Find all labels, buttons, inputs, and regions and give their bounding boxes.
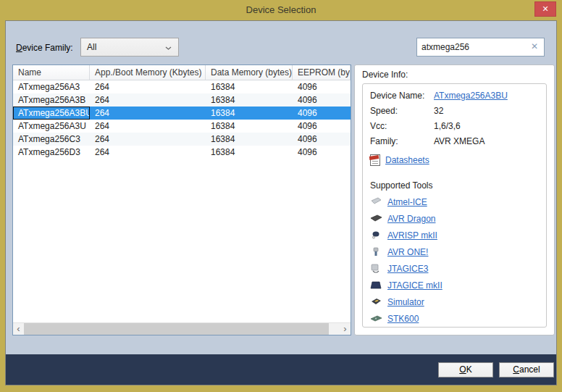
device-info-box: Device Name: ATxmega256A3BU Speed: 32 Vc…	[362, 83, 547, 328]
cell-eeprom: 4096	[293, 133, 351, 146]
device-table: Name App./Boot Memory (Kbytes) Data Memo…	[12, 64, 351, 335]
cell-app-boot: 264	[90, 146, 206, 159]
scroll-left-icon[interactable]: ‹	[13, 323, 24, 335]
simulator-icon	[370, 297, 382, 306]
device-search-box: ✕	[416, 38, 545, 57]
table-row[interactable]: ATxmega256D3 264 16384 4096	[13, 146, 351, 159]
tool-link-jtagice3[interactable]: JTAGICE3	[387, 264, 428, 274]
close-icon: ✕	[542, 4, 548, 13]
table-row[interactable]: ATxmega256C3 264 16384 4096	[13, 133, 351, 146]
tool-link-atmel-ice[interactable]: Atmel-ICE	[387, 197, 427, 207]
jtagice-mkii-icon	[370, 280, 382, 290]
cell-eeprom: 4096	[293, 80, 351, 93]
avr-dragon-icon	[370, 214, 382, 223]
table-row-selected[interactable]: ATxmega256A3BU 264 16384 4096	[13, 107, 351, 120]
atmel-ice-icon	[370, 197, 382, 207]
cell-eeprom: 4096	[293, 107, 351, 120]
ok-button[interactable]: OK	[438, 362, 493, 378]
device-family-dropdown[interactable]: All	[80, 38, 179, 57]
table-row[interactable]: ATxmega256A3B 264 16384 4096	[13, 93, 351, 107]
cell-app-boot: 264	[90, 133, 206, 146]
avr-one-icon	[370, 247, 382, 257]
device-name-link[interactable]: ATxmega256A3BU	[434, 90, 508, 105]
column-header-data-memory[interactable]: Data Memory (bytes)	[206, 65, 293, 80]
cell-name: ATxmega256A3B	[13, 93, 90, 107]
tool-item: AVRISP mkII	[370, 227, 546, 243]
vcc-value: 1,6/3,6	[434, 120, 461, 135]
tool-item: Atmel-ICE	[370, 193, 546, 210]
vcc-label: Vcc:	[370, 120, 434, 135]
table-row[interactable]: ATxmega256A3U 264 16384 4096	[13, 120, 351, 133]
family-label: Family:	[370, 135, 434, 151]
device-family-selected-value: All	[87, 42, 96, 52]
cell-name: ATxmega256A3BU	[13, 107, 90, 120]
supported-tools-title: Supported Tools	[370, 180, 546, 193]
cell-data-memory: 16384	[206, 93, 293, 107]
pdf-icon	[370, 154, 380, 166]
jtagice3-icon	[370, 264, 382, 273]
tool-item: STK600	[370, 310, 546, 327]
dialog-footer: OK Cancel	[6, 354, 556, 385]
tool-item: AVR ONE!	[370, 243, 546, 260]
device-name-label: Device Name:	[370, 90, 434, 105]
cell-name: ATxmega256C3	[13, 133, 90, 146]
column-header-eeprom[interactable]: EEPROM (bytes)	[293, 65, 351, 80]
tool-link-avr-dragon[interactable]: AVR Dragon	[387, 214, 435, 224]
cancel-button[interactable]: Cancel	[499, 362, 554, 378]
scrollbar-thumb[interactable]	[24, 323, 329, 335]
cell-data-memory: 16384	[206, 133, 293, 146]
tool-item: JTAGICE mkII	[370, 277, 546, 293]
column-header-name[interactable]: Name	[13, 65, 90, 80]
window-title: Device Selection	[0, 0, 562, 20]
datasheets-row: Datasheets	[370, 151, 546, 169]
tool-link-stk600[interactable]: STK600	[387, 314, 419, 324]
device-info-title: Device Info:	[362, 70, 408, 80]
cell-name: ATxmega256A3	[13, 80, 90, 93]
title-bar[interactable]: Device Selection	[0, 0, 562, 20]
cell-app-boot: 264	[90, 120, 206, 133]
column-header-app-boot-memory[interactable]: App./Boot Memory (Kbytes)	[90, 65, 206, 80]
tool-item: JTAGICE3	[370, 260, 546, 277]
speed-label: Speed:	[370, 105, 434, 120]
table-header: Name App./Boot Memory (Kbytes) Data Memo…	[13, 65, 351, 80]
cell-name: ATxmega256A3U	[13, 120, 90, 133]
chevron-down-icon	[165, 46, 172, 50]
search-clear-icon[interactable]: ✕	[531, 41, 538, 51]
horizontal-scrollbar[interactable]: ‹ ›	[13, 322, 351, 335]
speed-value: 32	[434, 105, 443, 120]
device-name-field: Device Name: ATxmega256A3BU	[370, 90, 546, 105]
search-input[interactable]	[422, 40, 523, 54]
tool-link-avr-one[interactable]: AVR ONE!	[387, 247, 428, 257]
cell-eeprom: 4096	[293, 146, 351, 159]
family-value: AVR XMEGA	[434, 135, 485, 151]
cell-data-memory: 16384	[206, 107, 293, 120]
cell-app-boot: 264	[90, 80, 206, 93]
cell-data-memory: 16384	[206, 146, 293, 159]
close-button[interactable]: ✕	[534, 1, 556, 17]
scroll-right-icon[interactable]: ›	[340, 323, 351, 335]
tool-link-simulator[interactable]: Simulator	[387, 297, 424, 307]
cell-data-memory: 16384	[206, 120, 293, 133]
datasheets-link[interactable]: Datasheets	[385, 155, 429, 165]
tool-link-avrisp-mkii[interactable]: AVRISP mkII	[387, 230, 437, 241]
cell-app-boot: 264	[90, 93, 206, 107]
device-family-label: Device Family:	[16, 43, 73, 53]
table-row[interactable]: ATxmega256A3 264 16384 4096	[13, 80, 351, 93]
device-info-panel: Device Info: Device Name: ATxmega256A3BU…	[354, 64, 555, 335]
tool-item: AVR Dragon	[370, 210, 546, 227]
cell-data-memory: 16384	[206, 80, 293, 93]
dialog-client-area: Device Family: All ✕ Name App./Boot Memo…	[5, 20, 557, 385]
family-field: Family: AVR XMEGA	[370, 135, 546, 151]
cell-eeprom: 4096	[293, 120, 351, 133]
cell-app-boot: 264	[90, 107, 206, 120]
vcc-field: Vcc: 1,6/3,6	[370, 120, 546, 135]
tool-item: Simulator	[370, 293, 546, 310]
speed-field: Speed: 32	[370, 105, 546, 120]
stk600-icon	[370, 314, 382, 323]
cell-name: ATxmega256D3	[13, 146, 90, 159]
avrisp-mkii-icon	[370, 230, 382, 240]
tool-link-jtagice-mkii[interactable]: JTAGICE mkII	[387, 280, 443, 291]
cell-eeprom: 4096	[293, 93, 351, 107]
